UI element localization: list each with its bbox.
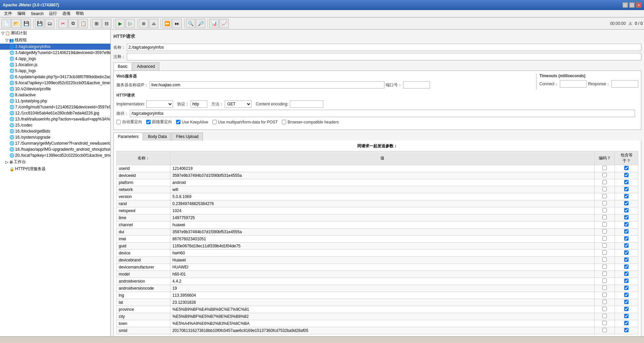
encode-checkbox[interactable]: [602, 272, 607, 276]
tree-item-request-12[interactable]: 🌐 12./1cc8104b5ab4e61e280cddb7eda4d226.j…: [0, 110, 110, 116]
encode-checkbox[interactable]: [602, 314, 607, 318]
browser-headers-checkbox[interactable]: [282, 120, 286, 124]
connect-input[interactable]: [560, 80, 587, 88]
menu-file[interactable]: 文件: [1, 10, 15, 17]
tab-files-upload[interactable]: Files Upload: [172, 133, 203, 141]
encode-checkbox[interactable]: [602, 187, 607, 191]
toolbar-start[interactable]: ▶: [115, 19, 125, 28]
toolbar-cut[interactable]: ✂: [58, 19, 68, 28]
encode-checkbox[interactable]: [602, 229, 607, 234]
encode-checkbox[interactable]: [602, 300, 607, 304]
encode-checkbox[interactable]: [602, 243, 607, 248]
toolbar-stop-rec[interactable]: ⏭: [172, 19, 182, 28]
encode-checkbox[interactable]: [602, 173, 607, 177]
encode-checkbox[interactable]: [602, 307, 607, 311]
toolbar-paste[interactable]: 📋: [78, 19, 88, 28]
toolbar-save2[interactable]: 💾: [35, 19, 44, 28]
tree-item-request-10[interactable]: 🌐 10./v2/device/profile: [0, 86, 110, 92]
toolbar-collapse[interactable]: ⊟: [102, 19, 111, 28]
auto-redirect-checkbox[interactable]: [116, 120, 121, 124]
include-checkbox[interactable]: [624, 222, 629, 227]
server-input[interactable]: [150, 81, 384, 89]
include-checkbox[interactable]: [624, 236, 629, 241]
tree-item-request-20[interactable]: 🌐 20./local?apikey=1399ecd52c0220ccb0f1&…: [0, 152, 110, 158]
include-checkbox[interactable]: [624, 293, 629, 297]
include-checkbox[interactable]: [624, 307, 629, 311]
close-button[interactable]: ✕: [636, 2, 641, 8]
tab-advanced[interactable]: Advanced: [132, 62, 159, 70]
tab-body-data[interactable]: Body Data: [144, 133, 171, 141]
encode-checkbox[interactable]: [602, 250, 607, 255]
encode-checkbox[interactable]: [602, 215, 607, 219]
toolbar-clear[interactable]: 📊: [209, 19, 219, 28]
toolbar-save[interactable]: 💾: [21, 19, 31, 28]
encode-checkbox[interactable]: [602, 208, 607, 212]
tree-item-request-16a[interactable]: 🌐 16./blocked/getBids: [0, 128, 110, 134]
include-checkbox[interactable]: [624, 208, 629, 212]
menu-run[interactable]: 运行: [46, 10, 60, 17]
tree-item-thread-group[interactable]: ▽ 👥 线程组: [0, 37, 110, 44]
include-checkbox[interactable]: [624, 300, 629, 304]
encode-checkbox[interactable]: [602, 293, 607, 297]
encode-checkbox[interactable]: [602, 201, 607, 205]
encode-checkbox[interactable]: [602, 180, 607, 184]
menu-options[interactable]: 选项: [60, 10, 73, 17]
include-checkbox[interactable]: [624, 173, 629, 177]
tree-item-request-6[interactable]: 🌐 6./update/update.php?p=34173cb38f07f89…: [0, 74, 110, 80]
tree-item-request-4[interactable]: 🌐 4./app_logs: [0, 56, 110, 62]
toolbar-find[interactable]: 🔎: [196, 19, 205, 28]
tree-item-request-3[interactable]: 🌐 3./tab/getMy?userid=121406219&deviceei…: [0, 50, 110, 56]
include-checkbox[interactable]: [624, 257, 629, 262]
toolbar-stop[interactable]: ⏹: [139, 19, 148, 28]
name-input[interactable]: [127, 44, 641, 51]
include-checkbox[interactable]: [624, 328, 629, 332]
tree-item-request-17[interactable]: 🌐 17./Summary/getMyCustomer?f=android_ne…: [0, 140, 110, 146]
menu-help[interactable]: 帮助: [73, 10, 87, 17]
toolbar-new[interactable]: 📄: [1, 19, 11, 28]
include-checkbox[interactable]: [624, 279, 629, 283]
include-checkbox[interactable]: [624, 321, 629, 325]
tab-parameters[interactable]: Parameters: [113, 133, 143, 141]
tree-item-request-11[interactable]: 🌐 11./pstat/plog.php: [0, 98, 110, 104]
minimize-button[interactable]: ─: [623, 2, 628, 8]
tree-item-test-plan[interactable]: ▽ 📋 测试计划: [0, 30, 110, 37]
encode-checkbox[interactable]: [602, 264, 607, 269]
include-checkbox[interactable]: [624, 264, 629, 269]
encode-checkbox[interactable]: [602, 236, 607, 241]
include-checkbox[interactable]: [624, 180, 629, 184]
port-input[interactable]: [403, 81, 430, 89]
tree-item-request-1[interactable]: 🌐 1./location.js: [0, 62, 110, 68]
tree-item-request-7[interactable]: 🌐 7./config/multi?userid=121406219&devic…: [0, 104, 110, 110]
include-checkbox[interactable]: [624, 314, 629, 318]
toolbar-open[interactable]: 📂: [11, 19, 21, 28]
tree-item-request-9[interactable]: 🌐 9./local?apikey=1399ecd52c0220ccb0f1&a…: [0, 80, 110, 86]
tree-item-workbench[interactable]: ▷ 🖥 工作台: [0, 158, 110, 165]
tree-item-request-8[interactable]: 🌐 8./ad/active: [0, 92, 110, 98]
menu-edit[interactable]: 编辑: [15, 10, 28, 17]
encode-checkbox[interactable]: [602, 257, 607, 262]
keepalive-checkbox[interactable]: [176, 120, 180, 124]
encode-checkbox[interactable]: [602, 279, 607, 283]
include-checkbox[interactable]: [624, 166, 629, 170]
include-checkbox[interactable]: [624, 250, 629, 255]
encode-checkbox[interactable]: [602, 166, 607, 170]
tree-item-proxy[interactable]: 🔒 HTTP代理服务器: [0, 165, 110, 173]
encode-checkbox[interactable]: [602, 286, 607, 290]
encode-checkbox[interactable]: [602, 328, 607, 332]
menu-search[interactable]: Search: [28, 11, 46, 17]
toolbar-expand[interactable]: ⊞: [92, 19, 101, 28]
toolbar-record[interactable]: ⏩: [162, 19, 172, 28]
toolbar-copy[interactable]: ⧉: [68, 19, 78, 28]
multipart-checkbox[interactable]: [212, 120, 217, 124]
encode-checkbox[interactable]: [602, 222, 607, 227]
tree-item-request-2[interactable]: 🌐 2./tag/categoryInfos: [0, 44, 110, 50]
tree-item-request-13[interactable]: 🌐 13./trail/trailuserinfo.php?action=sav…: [0, 116, 110, 122]
maximize-button[interactable]: □: [629, 2, 635, 8]
include-checkbox[interactable]: [624, 201, 629, 205]
encoding-input[interactable]: [290, 100, 323, 108]
toolbar-save3[interactable]: 🗂: [45, 19, 54, 28]
include-checkbox[interactable]: [624, 215, 629, 219]
toolbar-shutdown[interactable]: ⏏: [149, 19, 158, 28]
implementation-select[interactable]: [146, 100, 173, 108]
follow-redirect-checkbox[interactable]: [146, 120, 151, 124]
